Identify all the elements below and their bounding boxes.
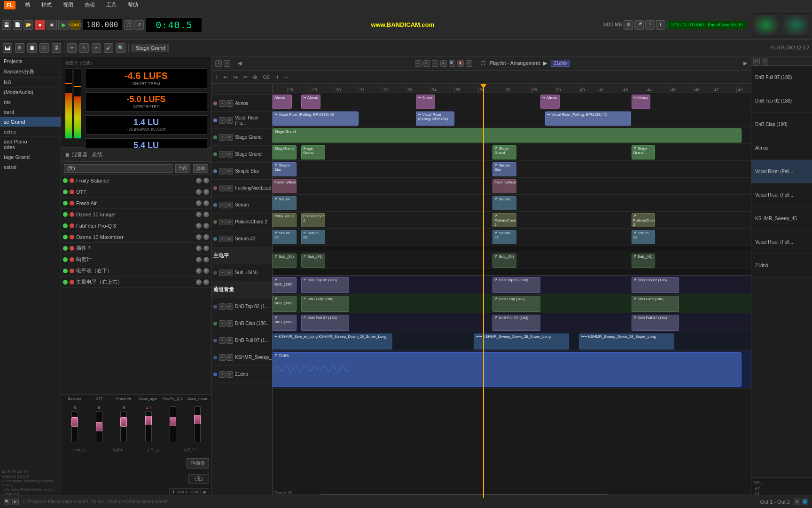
track-mute-potions[interactable]: M (226, 219, 233, 225)
clip-atmos-2[interactable]: ↪ Atmos (301, 95, 320, 109)
track-label-serum[interactable]: + M Serum (211, 197, 272, 214)
clip-full-3[interactable]: ↱ DnB Full 07 (180) (492, 315, 540, 331)
sidebar-board[interactable]: oard (0, 107, 61, 117)
clip-lead-2[interactable]: FuckingNiceLead (492, 179, 516, 193)
track-label-kshmr[interactable]: + M KSHMR_Sweep_... (211, 349, 272, 366)
channel-mute-dot[interactable] (70, 280, 74, 285)
clip-dnbtop-1[interactable]: ↱ DnB_(180) (273, 277, 297, 293)
track-label-21dnb[interactable]: + M 21dnb (211, 366, 272, 383)
clip-clap-4[interactable]: ↱ DnB Clap (180) (632, 296, 679, 312)
paint-tool[interactable]: 🖌 (104, 43, 113, 53)
track-add-stage1[interactable]: + (219, 134, 226, 141)
sidebar-ng[interactable]: NG (0, 78, 61, 87)
status-icon-2[interactable]: ▶ (12, 499, 19, 505)
clip-serum2-2[interactable]: ↱ Serum #2 (301, 230, 325, 244)
clip-stage2-4[interactable]: ↱ Stage Grand (632, 145, 656, 159)
sidebar-stage-grand[interactable]: se Grand (0, 117, 61, 127)
track-mute-serum[interactable]: M (226, 202, 233, 208)
channel-knob2[interactable] (203, 246, 209, 251)
fader-track-3[interactable] (145, 411, 152, 442)
channel-knob[interactable] (196, 200, 202, 206)
channel-item-fresh-air[interactable]: Fresh Air (61, 198, 211, 209)
new-icon[interactable]: 📄 (13, 20, 22, 30)
channel-mute-dot[interactable] (70, 246, 74, 251)
menu-view[interactable]: 视图 (61, 0, 75, 9)
channel-default-select[interactable]: （无） (188, 474, 209, 484)
track-label-dnbtop[interactable]: + M DnB Top 02 (1... (211, 298, 272, 315)
channel-mute-dot[interactable] (70, 269, 74, 273)
track-add-21dnb[interactable]: + (219, 371, 226, 378)
clip-dnbtop-3[interactable]: ↱ DnB Top 02 (180) (492, 277, 540, 293)
track-mute-lead[interactable]: M (226, 185, 233, 191)
track-row-serum[interactable]: ↱ Serum ↱ Serum (273, 195, 751, 212)
playlist-add-btn[interactable]: + (215, 60, 222, 67)
select-tool[interactable]: ↖ (79, 43, 89, 53)
play-btn[interactable]: ▶ (58, 20, 69, 30)
sidebar-nts[interactable]: nts (0, 97, 61, 107)
sidebar-estral[interactable]: estral (0, 162, 61, 172)
channel-item-level-right[interactable]: 电平表（右下） (61, 265, 211, 277)
channel-mute-dot[interactable] (70, 223, 74, 228)
clip-full-2[interactable]: ↱ DnB Full 07 (180) (301, 315, 349, 331)
fader-track-0[interactable] (71, 411, 78, 442)
equalizer-btn[interactable]: 均衡器 (187, 458, 209, 468)
bpm-display[interactable]: 180.000 (82, 19, 122, 31)
clip-serum-2[interactable]: ↱ Serum (492, 196, 516, 210)
fader-track-4[interactable] (170, 406, 176, 442)
erase-tool[interactable]: ✂ (92, 43, 101, 53)
track-mute-dnbclap[interactable]: M (226, 320, 233, 327)
fader-knob-5[interactable] (194, 415, 201, 424)
channel-item-ott[interactable]: OTT (61, 186, 211, 198)
track-label-atmos[interactable]: + M Atmos (211, 95, 272, 112)
track-row-dnbfull[interactable]: ↱ DnB_(180) ↱ DnB Full 07 (180) ↱ DnB Fu… (273, 313, 751, 332)
channel-knob2[interactable] (203, 268, 209, 274)
clip-vocal-3[interactable]: ↪ Vocal Riser (Falling; BPM138) #2 (545, 111, 631, 126)
channel-knob2[interactable] (203, 234, 209, 240)
track-label-sub[interactable]: + M Sub（SIN） (211, 264, 272, 281)
track-add-lead[interactable]: + (219, 185, 226, 191)
channel-item-ozone-max[interactable]: Ozone 10 Maximizer (61, 231, 211, 243)
clip-stage2-3[interactable]: ↱ Stage Grand (492, 145, 516, 159)
clip-clap-2[interactable]: ↱ DnB Clap (180) (301, 296, 349, 312)
track-row-serum2[interactable]: ↱ Serum #2 ↱ Serum #2 ↱ Serum #2 ↱ Serum… (273, 229, 751, 246)
clip-atmos-3[interactable]: ↪ Atmos (416, 95, 435, 109)
clip-sub-3[interactable]: ↱ Sub_(IN) (492, 254, 516, 268)
clip-dnbtop-4[interactable]: ↱ DnB Top 02 (180) (632, 277, 679, 293)
track-row-stage1[interactable]: Stage Grand (273, 127, 751, 144)
channel-mute-dot[interactable] (70, 190, 74, 194)
sidebar-samples[interactable]: Samples分卷 (0, 66, 61, 78)
track-label-vocal[interactable]: + M Vocal Riser (Fa... (211, 112, 272, 129)
playlist-icon2[interactable]: 🎵 (480, 60, 486, 66)
track-label-potions[interactable]: + M PotionsChord 2 (211, 214, 272, 230)
clip-potions-4[interactable]: ↱ PotionsChord 2 (632, 213, 656, 227)
clip-stage2-1[interactable]: Stag.Grand (273, 145, 297, 159)
channel-mute-dot[interactable] (70, 212, 74, 217)
fader-knob-2[interactable] (120, 417, 127, 427)
clip-sub-4[interactable]: ↱ Sub_(IN) (632, 254, 656, 268)
channel-knob[interactable] (196, 268, 202, 274)
channel-knob[interactable] (196, 189, 202, 195)
toolbar-redo[interactable]: ↪ (231, 73, 240, 81)
stop-btn[interactable]: ■ (47, 20, 57, 30)
channel-knob2[interactable] (203, 257, 209, 262)
track-row-dnbtop[interactable]: ↱ DnB_(180) ↱ DnB Top 02 (180) ↱ DnB Top… (273, 276, 751, 294)
clip-sub-1[interactable]: ↱ Sub_(IN) (273, 254, 297, 268)
track-row-simple[interactable]: ↱ Simple Star ↱ Simple Star (273, 161, 751, 178)
channel-mute-dot[interactable] (70, 201, 74, 206)
track-label-stage1[interactable]: + M Stage Grand (211, 129, 272, 146)
right-item-dnbtop[interactable]: DnB Top 02 (180) (751, 89, 812, 113)
right-item-vocal2[interactable]: Vocal Riser (Fall... (751, 183, 812, 207)
clip-kshmr-1[interactable]: ↪ KSHMR_Swe_er_Long KSHMR_Sweep_Down_28_… (273, 333, 392, 349)
mic-icon[interactable]: 🎤 (634, 20, 644, 30)
draw-tool[interactable]: ✏ (67, 43, 77, 53)
clip-clap-1[interactable]: ↱ DnB_(180) (273, 296, 297, 312)
playlist-icon[interactable]: 📋 (27, 43, 37, 53)
toolbar-zoom-out[interactable]: − (282, 73, 289, 81)
piano-icon[interactable]: 🎼 (39, 43, 49, 53)
clip-atmos-1[interactable]: Atmos (273, 95, 292, 109)
fader-track-2[interactable] (120, 411, 127, 442)
channel-select[interactable]: (无) (64, 164, 172, 173)
track-row-21dnb[interactable]: ↱ 21dnb (273, 351, 751, 389)
browser-icon[interactable]: 🎹 (3, 43, 12, 53)
track-add-serum2[interactable]: + (219, 236, 226, 242)
